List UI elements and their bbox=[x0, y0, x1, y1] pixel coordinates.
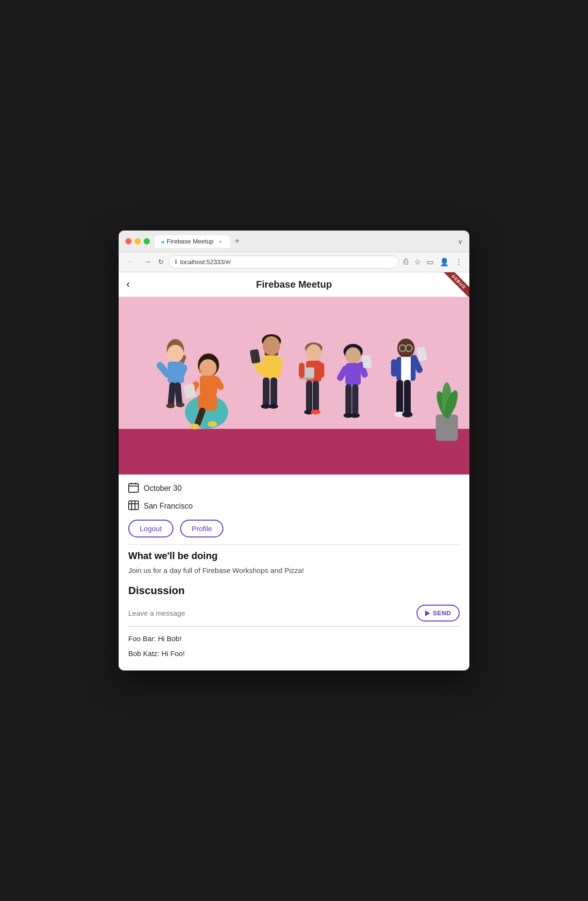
svg-point-29 bbox=[263, 336, 280, 355]
flutter-icon: ◂ bbox=[160, 238, 164, 245]
hero-image bbox=[119, 297, 469, 475]
active-tab[interactable]: ◂ Firebase Meetup × bbox=[155, 235, 230, 248]
browser-window: ◂ Firebase Meetup × + ∨ ← → ↻ ℹ localhos… bbox=[119, 231, 469, 671]
message-input-row: SEND bbox=[128, 605, 460, 627]
tab-more-button[interactable]: ∨ bbox=[458, 238, 463, 245]
action-buttons: Logout Profile bbox=[128, 520, 460, 537]
more-options-icon[interactable]: ⋮ bbox=[455, 257, 463, 267]
reader-mode-icon[interactable]: ▭ bbox=[427, 257, 434, 267]
svg-point-58 bbox=[350, 413, 360, 418]
calendar-icon bbox=[128, 482, 139, 495]
browser-addressbar: ← → ↻ ℹ localhost:52333/#/ ⎙ ☆ ▭ 👤 ⋮ bbox=[119, 252, 469, 272]
profile-button[interactable]: Profile bbox=[180, 520, 224, 537]
send-button[interactable]: SEND bbox=[416, 605, 460, 621]
svg-rect-34 bbox=[263, 377, 270, 406]
location-row: San Francisco bbox=[128, 500, 460, 513]
svg-rect-83 bbox=[129, 501, 138, 510]
share-icon[interactable]: ⎙ bbox=[404, 257, 408, 266]
event-meta: October 30 San Francisco Logout bbox=[128, 482, 460, 537]
svg-rect-56 bbox=[352, 384, 358, 415]
app-back-button[interactable]: ‹ bbox=[126, 278, 130, 291]
chat-messages: Foo Bar: Hi Bob! Bob Katz: Hi Foo! bbox=[128, 633, 460, 659]
section-divider bbox=[128, 544, 460, 545]
svg-point-4 bbox=[167, 345, 184, 362]
app-header: ‹ Firebase Meetup DEBUG bbox=[119, 272, 469, 297]
svg-rect-35 bbox=[270, 377, 277, 406]
svg-point-16 bbox=[199, 359, 217, 377]
svg-point-17 bbox=[199, 370, 202, 373]
close-window-button[interactable] bbox=[125, 238, 132, 244]
browser-titlebar: ◂ Firebase Meetup × + ∨ bbox=[119, 231, 469, 252]
svg-rect-53 bbox=[362, 355, 372, 368]
event-content: October 30 San Francisco Logout bbox=[119, 475, 469, 671]
app-title: Firebase Meetup bbox=[256, 279, 332, 290]
new-tab-button[interactable]: + bbox=[233, 236, 242, 246]
svg-point-37 bbox=[269, 404, 278, 409]
svg-point-74 bbox=[402, 412, 413, 417]
header-container: ‹ Firebase Meetup DEBUG bbox=[119, 272, 469, 475]
svg-rect-46 bbox=[313, 381, 319, 412]
svg-point-11 bbox=[176, 402, 184, 407]
address-actions: ⎙ ☆ ▭ 👤 ⋮ bbox=[404, 257, 463, 267]
svg-rect-75 bbox=[436, 414, 458, 441]
list-item: Foo Bar: Hi Bob! bbox=[128, 633, 460, 645]
svg-rect-1 bbox=[119, 429, 469, 475]
tab-bar: ◂ Firebase Meetup × + ∨ bbox=[155, 235, 463, 248]
svg-rect-45 bbox=[306, 381, 312, 412]
address-bar[interactable]: ℹ localhost:52333/#/ bbox=[169, 256, 399, 268]
back-nav-button[interactable]: ← bbox=[125, 256, 137, 267]
debug-badge: DEBUG bbox=[442, 272, 469, 298]
message-input[interactable] bbox=[128, 609, 412, 617]
svg-point-26 bbox=[208, 421, 217, 427]
location-icon bbox=[128, 500, 139, 513]
profile-icon[interactable]: 👤 bbox=[440, 257, 449, 267]
svg-point-25 bbox=[190, 424, 199, 429]
tab-label: Firebase Meetup bbox=[167, 238, 214, 245]
svg-rect-72 bbox=[404, 380, 411, 414]
list-item: Bob Katz: Hi Foo! bbox=[128, 648, 460, 659]
bookmark-icon[interactable]: ☆ bbox=[414, 257, 421, 267]
date-row: October 30 bbox=[128, 482, 460, 495]
url-text: localhost:52333/#/ bbox=[180, 258, 231, 266]
send-icon bbox=[425, 610, 430, 616]
svg-point-50 bbox=[345, 347, 361, 364]
security-icon: ℹ bbox=[175, 258, 177, 265]
svg-point-48 bbox=[311, 410, 320, 414]
section-title: What we'll be doing bbox=[128, 550, 460, 561]
send-label: SEND bbox=[433, 609, 451, 617]
svg-rect-71 bbox=[396, 380, 403, 414]
event-location: San Francisco bbox=[144, 502, 193, 511]
tab-close-button[interactable]: × bbox=[217, 238, 224, 245]
svg-rect-79 bbox=[129, 484, 138, 492]
forward-nav-button[interactable]: → bbox=[142, 256, 153, 267]
traffic-lights bbox=[125, 238, 150, 244]
svg-rect-70 bbox=[391, 359, 397, 377]
discussion-title: Discussion bbox=[128, 584, 460, 597]
minimize-window-button[interactable] bbox=[135, 238, 141, 244]
svg-rect-55 bbox=[345, 384, 352, 415]
logout-button[interactable]: Logout bbox=[128, 520, 173, 537]
svg-rect-44 bbox=[318, 363, 324, 378]
svg-rect-43 bbox=[299, 363, 305, 378]
event-date: October 30 bbox=[144, 484, 182, 493]
section-description: Join us for a day full of Firebase Works… bbox=[128, 565, 460, 576]
svg-point-39 bbox=[306, 344, 321, 362]
svg-point-10 bbox=[166, 403, 175, 408]
app-content: ‹ Firebase Meetup DEBUG bbox=[119, 272, 469, 671]
hero-illustration bbox=[119, 297, 469, 475]
svg-rect-65 bbox=[401, 357, 411, 381]
refresh-button[interactable]: ↻ bbox=[158, 258, 164, 266]
maximize-window-button[interactable] bbox=[144, 238, 150, 244]
